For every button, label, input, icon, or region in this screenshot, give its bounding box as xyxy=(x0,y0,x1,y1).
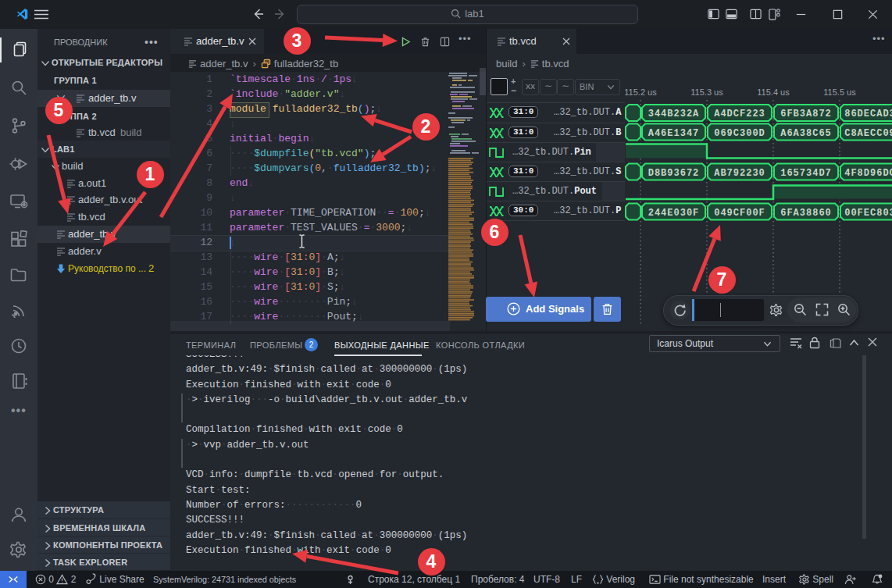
svg-text:344B232A: 344B232A xyxy=(648,109,700,119)
svg-text:A4DCF223: A4DCF223 xyxy=(714,109,765,119)
svg-text:244E030F: 244E030F xyxy=(648,208,700,219)
svg-text:115.5 us: 115.5 us xyxy=(823,87,856,97)
svg-text:049CF00F: 049CF00F xyxy=(714,208,765,219)
svg-text:115.2 us: 115.2 us xyxy=(625,87,657,97)
svg-text:069C300D: 069C300D xyxy=(714,128,765,139)
svg-text:A6A38C65: A6A38C65 xyxy=(780,128,832,139)
svg-text:AB792230: AB792230 xyxy=(714,168,765,179)
svg-text:00FEC803: 00FEC803 xyxy=(844,208,892,219)
svg-text:4F8D96DC: 4F8D96DC xyxy=(844,168,892,179)
svg-text:115.4 us: 115.4 us xyxy=(757,87,790,97)
svg-text:6FB3A872: 6FB3A872 xyxy=(780,109,832,119)
svg-text:6FA38860: 6FA38860 xyxy=(780,208,832,219)
svg-text:115.3 us: 115.3 us xyxy=(690,87,723,97)
svg-text:A46E1347: A46E1347 xyxy=(648,128,700,139)
svg-text:86DECAD3: 86DECAD3 xyxy=(844,109,892,119)
svg-text:D8B93672: D8B93672 xyxy=(648,168,700,179)
svg-text:165734D7: 165734D7 xyxy=(780,168,832,179)
svg-text:C8AECC09: C8AECC09 xyxy=(844,128,892,139)
